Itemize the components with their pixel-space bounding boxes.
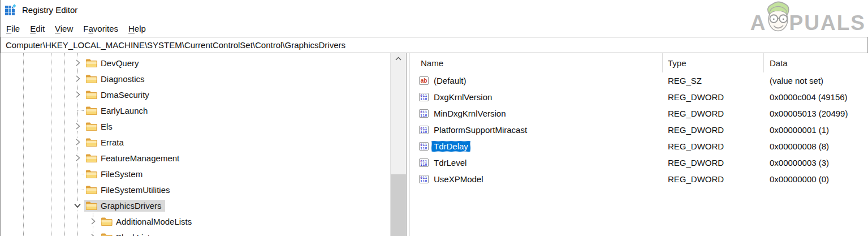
tree-item-featuremanagement[interactable]: FeatureManagement (1, 150, 390, 166)
value-row-mindxgkrnlversion[interactable]: 011110MinDxgKrnlVersionREG_DWORD0x000050… (409, 105, 868, 122)
chevron-collapsed-icon[interactable] (72, 90, 83, 99)
tree-item-content[interactable]: GraphicsDrivers (84, 200, 165, 212)
dword-icon-glyph: 110 (420, 163, 427, 166)
scroll-up-icon[interactable] (391, 53, 406, 63)
tree-item-graphicsdrivers[interactable]: GraphicsDrivers (1, 198, 390, 213)
value-name-label[interactable]: UseXPModel (431, 174, 486, 184)
folder-icon (85, 58, 97, 68)
tree-item-label: DmaSecurity (101, 90, 149, 100)
value-type-cell: REG_DWORD (663, 158, 764, 168)
chevron-collapsed-icon[interactable] (87, 217, 98, 226)
value-row-tdrdelay[interactable]: 011110TdrDelayREG_DWORD0x00000008 (8) (409, 138, 868, 155)
tree-item-content[interactable]: DmaSecurity (84, 89, 153, 101)
value-row-usexpmodel[interactable]: 011110UseXPModelREG_DWORD0x00000000 (0) (409, 171, 868, 187)
address-path[interactable]: Computer\HKEY_LOCAL_MACHINE\SYSTEM\Curre… (6, 40, 346, 50)
column-header-name[interactable]: Name (409, 53, 663, 72)
value-name-label[interactable]: TdrDelay (431, 141, 470, 152)
tree-item-label: FeatureManagement (101, 153, 179, 163)
tree-item-content[interactable]: FileSystemUtilities (84, 184, 174, 196)
value-data-cell: 0x00000003 (3) (764, 158, 868, 168)
tree-item-earlylaunch[interactable]: EarlyLaunch (1, 102, 390, 118)
menu-help[interactable]: Help (123, 22, 151, 36)
tree-item-content[interactable]: DevQuery (84, 57, 142, 69)
tree-item-els[interactable]: Els (1, 118, 390, 134)
window-title: Registry Editor (22, 5, 77, 15)
menu-edit[interactable]: Edit (25, 22, 50, 36)
tree-item-errata[interactable]: Errata (1, 134, 390, 150)
column-header-type[interactable]: Type (663, 53, 764, 72)
chevron-collapsed-icon[interactable] (72, 138, 83, 147)
tree-item-content[interactable]: EarlyLaunch (84, 105, 151, 117)
main-panes: DevQueryDiagnosticsDmaSecurityEarlyLaunc… (1, 53, 868, 236)
folder-icon (85, 169, 97, 179)
tree-item-blocklist[interactable]: BlockList (1, 229, 390, 236)
tree-item-label: AdditionalModeLists (116, 217, 192, 226)
tree-scrollbar[interactable] (390, 53, 406, 236)
tree-item-content[interactable]: BlockList (100, 231, 153, 236)
folder-icon (85, 185, 97, 195)
value-name-cell[interactable]: 011110UseXPModel (409, 174, 663, 184)
address-bar[interactable]: Computer\HKEY_LOCAL_MACHINE\SYSTEM\Curre… (1, 37, 868, 53)
value-row-dxgkrnlversion[interactable]: 011110DxgKrnlVersionREG_DWORD0x0000c004 … (409, 89, 868, 105)
chevron-collapsed-icon[interactable] (72, 122, 83, 131)
value-name-cell[interactable]: ab(Default) (409, 75, 663, 86)
value-type-cell: REG_DWORD (663, 109, 764, 118)
folder-icon (85, 106, 97, 115)
value-row-tdrlevel[interactable]: 011110TdrLevelREG_DWORD0x00000003 (3) (409, 155, 868, 171)
scrollbar-thumb[interactable] (391, 174, 406, 236)
value-name-cell[interactable]: 011110PlatformSupportMiracast (409, 125, 663, 135)
tree-item-label: Errata (101, 138, 124, 147)
tree-item-dmasecurity[interactable]: DmaSecurity (1, 87, 390, 102)
dword-icon-glyph: 110 (420, 97, 427, 101)
value-name-cell[interactable]: 011110MinDxgKrnlVersion (409, 108, 663, 119)
tree-item-label: FileSystem (101, 169, 142, 179)
chevron-collapsed-icon[interactable] (72, 74, 83, 83)
value-type-cell: REG_SZ (663, 76, 764, 85)
tree-item-filesystem[interactable]: FileSystem (1, 166, 390, 182)
tree-item-content[interactable]: Diagnostics (84, 73, 148, 85)
value-name-cell[interactable]: 011110TdrLevel (409, 157, 663, 168)
column-headers: Name Type Data (409, 53, 868, 72)
value-data-cell: 0x00005013 (20499) (764, 109, 868, 118)
column-header-data[interactable]: Data (764, 53, 868, 72)
menu-view[interactable]: View (50, 22, 78, 36)
dword-value-icon: 011110 (419, 175, 429, 183)
value-type-cell: REG_DWORD (663, 92, 764, 102)
tree-item-label: BlockList (116, 233, 150, 236)
value-name-label[interactable]: (Default) (431, 75, 469, 86)
value-row-platformsupportmiracast[interactable]: 011110PlatformSupportMiracastREG_DWORD0x… (409, 122, 868, 138)
dword-value-icon: 011110 (419, 109, 429, 118)
menu-favorites[interactable]: Favorites (78, 22, 123, 36)
value-name-cell[interactable]: 011110TdrDelay (409, 141, 663, 152)
tree-item-additionalmodelists[interactable]: AdditionalModeLists (1, 213, 390, 229)
value-name-label[interactable]: DxgKrnlVersion (431, 92, 494, 102)
chevron-collapsed-icon[interactable] (87, 233, 98, 236)
value-name-label[interactable]: MinDxgKrnlVersion (431, 108, 508, 119)
tree-connector-stub (72, 182, 83, 198)
tree-item-content[interactable]: Els (84, 121, 116, 132)
tree-item-diagnostics[interactable]: Diagnostics (1, 71, 390, 87)
tree-item-label: GraphicsDrivers (101, 201, 162, 211)
value-name-label[interactable]: TdrLevel (431, 157, 469, 168)
chevron-collapsed-icon[interactable] (72, 58, 83, 67)
folder-icon (85, 138, 97, 147)
value-data-cell: 0x0000c004 (49156) (764, 92, 868, 102)
tree-item-content[interactable]: FileSystem (84, 168, 146, 180)
tree-item-content[interactable]: Errata (84, 136, 127, 148)
menu-file[interactable]: File (1, 22, 25, 36)
tree-item-devquery[interactable]: DevQuery (1, 55, 390, 71)
tree-item-content[interactable]: AdditionalModeLists (100, 216, 195, 228)
dword-value-icon: 011110 (419, 93, 429, 101)
value-data-cell: 0x00000000 (0) (764, 174, 868, 184)
chevron-expanded-icon[interactable] (72, 201, 83, 210)
value-name-cell[interactable]: 011110DxgKrnlVersion (409, 92, 663, 102)
value-name-label[interactable]: PlatformSupportMiracast (431, 125, 529, 135)
value-type-cell: REG_DWORD (663, 125, 764, 135)
value-row--default-[interactable]: ab(Default)REG_SZ(value not set) (409, 72, 868, 89)
tree-item-content[interactable]: FeatureManagement (84, 152, 183, 164)
folder-icon (85, 90, 97, 100)
chevron-collapsed-icon[interactable] (72, 153, 83, 162)
folder-icon (85, 74, 97, 84)
tree-item-filesystemutilities[interactable]: FileSystemUtilities (1, 182, 390, 198)
tree-item-label: EarlyLaunch (101, 106, 148, 115)
